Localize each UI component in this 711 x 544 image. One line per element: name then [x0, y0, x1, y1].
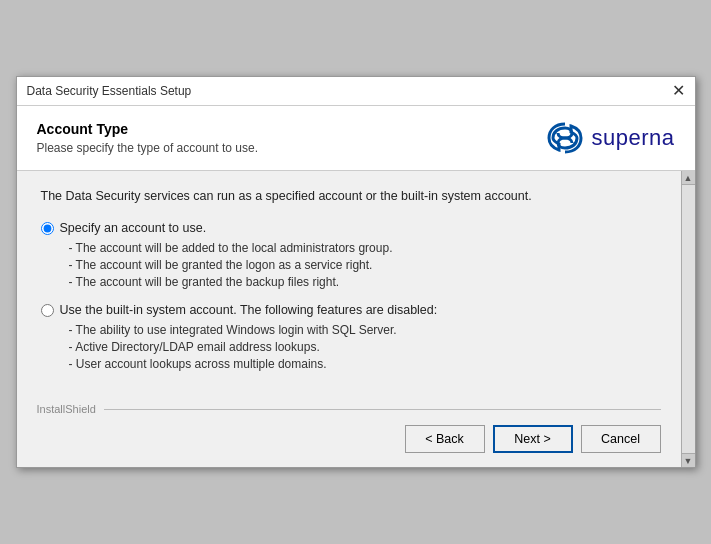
logo-text: superna	[591, 125, 674, 151]
option1-label[interactable]: Specify an account to use.	[60, 221, 207, 235]
option2-bullet-1: - The ability to use integrated Windows …	[69, 323, 657, 337]
window-title: Data Security Essentials Setup	[27, 84, 192, 98]
back-button[interactable]: < Back	[405, 425, 485, 453]
next-button[interactable]: Next >	[493, 425, 573, 453]
divider-line	[104, 409, 661, 410]
option1-bullet-3: - The account will be granted the backup…	[69, 275, 657, 289]
option1-bullet-2: - The account will be granted the logon …	[69, 258, 657, 272]
option2-bullet-2: - Active Directory/LDAP email address lo…	[69, 340, 657, 354]
option2-bullet-3: - User account lookups across multiple d…	[69, 357, 657, 371]
option1-group: Specify an account to use. - The account…	[41, 221, 657, 289]
option2-radio[interactable]	[41, 304, 54, 317]
header-section: Account Type Please specify the type of …	[17, 106, 695, 171]
installshield-label: InstallShield	[37, 403, 96, 415]
cancel-button[interactable]: Cancel	[581, 425, 661, 453]
scroll-up-button[interactable]: ▲	[682, 171, 695, 185]
scroll-track	[682, 185, 695, 453]
page-subtitle: Please specify the type of account to us…	[37, 141, 258, 155]
content-area: The Data Security services can run as a …	[17, 171, 681, 395]
page-title: Account Type	[37, 121, 258, 137]
footer-buttons: < Back Next > Cancel	[17, 415, 681, 467]
option2-group: Use the built-in system account. The fol…	[41, 303, 657, 371]
option1-bullets: - The account will be added to the local…	[69, 241, 657, 289]
option1-row: Specify an account to use.	[41, 221, 657, 235]
intro-text: The Data Security services can run as a …	[41, 189, 657, 203]
option1-bullet-1: - The account will be added to the local…	[69, 241, 657, 255]
close-button[interactable]: ✕	[672, 83, 685, 99]
logo: superna	[545, 120, 674, 156]
divider-section: InstallShield	[17, 395, 681, 415]
superna-logo-icon	[545, 120, 585, 156]
option2-row: Use the built-in system account. The fol…	[41, 303, 657, 317]
option2-label[interactable]: Use the built-in system account. The fol…	[60, 303, 438, 317]
window-inner: The Data Security services can run as a …	[17, 171, 695, 467]
option1-radio[interactable]	[41, 222, 54, 235]
title-bar: Data Security Essentials Setup ✕	[17, 77, 695, 106]
setup-window: Data Security Essentials Setup ✕ Account…	[16, 76, 696, 468]
option2-bullets: - The ability to use integrated Windows …	[69, 323, 657, 371]
scroll-down-button[interactable]: ▼	[682, 453, 695, 467]
main-content: The Data Security services can run as a …	[17, 171, 681, 467]
header-text: Account Type Please specify the type of …	[37, 121, 258, 155]
scrollbar[interactable]: ▲ ▼	[681, 171, 695, 467]
